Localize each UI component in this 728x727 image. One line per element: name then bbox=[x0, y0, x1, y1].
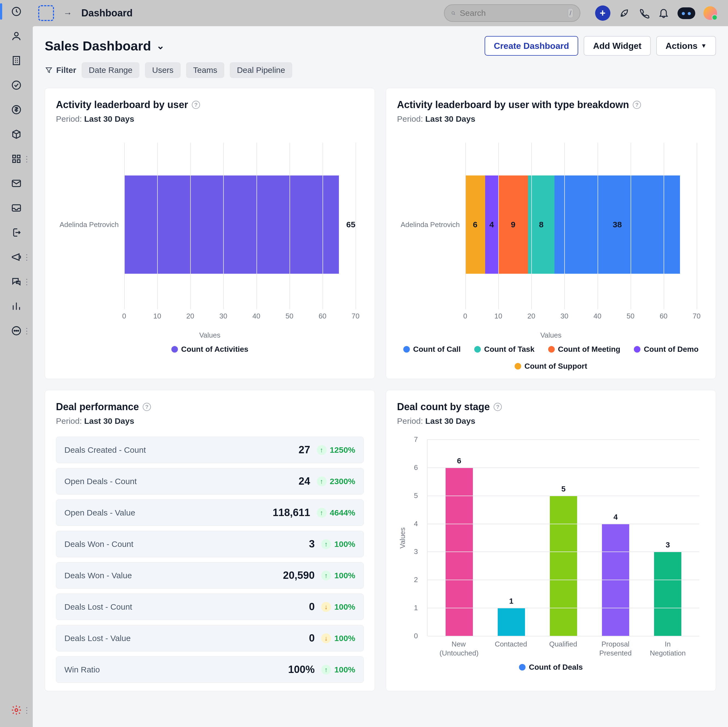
more-dots-icon[interactable]: ⋮ bbox=[23, 706, 31, 715]
nav-tasks[interactable] bbox=[11, 79, 22, 91]
phone-icon[interactable] bbox=[638, 8, 650, 19]
kpi-row[interactable]: Win Ratio100%↑100% bbox=[56, 656, 364, 683]
legend-item: Count of Demo bbox=[634, 345, 699, 354]
arrow-up-icon: ↑ bbox=[317, 508, 327, 518]
y-category-label: Adelinda Petrovich bbox=[397, 220, 460, 229]
nav-logout[interactable] bbox=[11, 227, 22, 239]
kpi-list: Deals Created - Count27↑1250%Open Deals … bbox=[56, 437, 364, 683]
nav-dashboard[interactable] bbox=[11, 5, 22, 17]
nav-chat[interactable]: ⋮ bbox=[11, 275, 22, 288]
bar-value: 4 bbox=[613, 513, 618, 522]
nav-products[interactable] bbox=[11, 128, 22, 140]
nav-campaigns[interactable]: ⋮ bbox=[11, 251, 22, 263]
kpi-row[interactable]: Deals Created - Count27↑1250% bbox=[56, 437, 364, 463]
filter-chip[interactable]: Teams bbox=[186, 62, 224, 78]
bar-value: 6 bbox=[457, 456, 462, 465]
add-widget-button[interactable]: Add Widget bbox=[584, 36, 650, 56]
nav-reports[interactable] bbox=[11, 300, 22, 312]
y-tick: 2 bbox=[414, 575, 418, 584]
x-tick: 40 bbox=[593, 312, 601, 320]
x-category-label: Proposal Presented bbox=[596, 640, 635, 657]
kpi-row[interactable]: Open Deals - Count24↑2300% bbox=[56, 468, 364, 494]
kpi-delta: ↑100% bbox=[321, 539, 355, 549]
topbar: → Dashboard / + ●● bbox=[33, 0, 728, 26]
filter-chip[interactable]: Date Range bbox=[82, 62, 139, 78]
info-icon[interactable]: ? bbox=[192, 101, 200, 109]
arrow-up-icon: ↑ bbox=[317, 476, 327, 486]
search-input[interactable] bbox=[460, 8, 563, 18]
info-icon[interactable]: ? bbox=[633, 101, 641, 109]
x-tick: 50 bbox=[285, 312, 293, 320]
page-title: Sales Dashboard bbox=[45, 38, 151, 54]
kpi-delta: ↑100% bbox=[321, 665, 355, 675]
arrow-up-icon: ↑ bbox=[321, 539, 331, 549]
widget-title: Deal count by stage bbox=[397, 401, 490, 413]
y-tick: 0 bbox=[414, 632, 418, 640]
bot-badge[interactable]: ●● bbox=[678, 8, 695, 19]
kpi-label: Open Deals - Count bbox=[64, 477, 298, 486]
svg-rect-6 bbox=[17, 155, 20, 158]
avatar[interactable] bbox=[704, 6, 717, 20]
filter-chip[interactable]: Deal Pipeline bbox=[230, 62, 292, 78]
nav-more[interactable]: ⋮ bbox=[11, 325, 22, 337]
add-button[interactable]: + bbox=[595, 5, 610, 21]
widget-activity-breakdown: Activity leaderboard by user with type b… bbox=[386, 88, 716, 379]
period-value: Last 30 Days bbox=[425, 114, 475, 123]
period-value: Last 30 Days bbox=[84, 416, 134, 425]
nav-contacts[interactable] bbox=[11, 30, 22, 42]
rocket-icon[interactable] bbox=[619, 8, 630, 19]
create-dashboard-button[interactable]: Create Dashboard bbox=[485, 36, 578, 56]
kpi-row[interactable]: Deals Won - Value20,590↑100% bbox=[56, 562, 364, 589]
filter-chip[interactable]: Users bbox=[145, 62, 180, 78]
app-logo[interactable] bbox=[38, 5, 54, 21]
widget-title: Activity leaderboard by user bbox=[56, 99, 188, 110]
x-tick: 10 bbox=[153, 312, 161, 320]
breadcrumb[interactable]: Dashboard bbox=[81, 8, 133, 19]
kpi-row[interactable]: Deals Won - Count3↑100% bbox=[56, 531, 364, 557]
kpi-value: 24 bbox=[298, 475, 310, 487]
kpi-delta: ↑100% bbox=[321, 571, 355, 580]
legend-item: Count of Activities bbox=[171, 345, 248, 354]
y-tick: 7 bbox=[414, 435, 418, 444]
filter-icon bbox=[45, 66, 53, 74]
svg-point-15 bbox=[15, 709, 18, 712]
nav-deals[interactable] bbox=[11, 104, 22, 116]
bell-icon[interactable] bbox=[658, 8, 669, 19]
more-dots-icon[interactable]: ⋮ bbox=[23, 277, 31, 286]
more-dots-icon[interactable]: ⋮ bbox=[23, 155, 31, 164]
kpi-value: 3 bbox=[309, 538, 315, 550]
kpi-value: 20,590 bbox=[283, 569, 315, 581]
nav-email[interactable] bbox=[11, 178, 22, 190]
kpi-row[interactable]: Deals Lost - Value0↓100% bbox=[56, 625, 364, 651]
more-dots-icon[interactable]: ⋮ bbox=[23, 253, 31, 262]
x-tick: 20 bbox=[187, 312, 194, 320]
more-dots-icon[interactable]: ⋮ bbox=[23, 326, 31, 335]
y-tick: 6 bbox=[414, 463, 418, 471]
page-title-dropdown[interactable]: Sales Dashboard ⌄ bbox=[45, 38, 165, 54]
actions-dropdown[interactable]: Actions ▼ bbox=[656, 36, 716, 56]
bar: 5 bbox=[550, 496, 577, 636]
nav-apps[interactable]: ⋮ bbox=[11, 153, 22, 165]
info-icon[interactable]: ? bbox=[494, 403, 502, 411]
kpi-delta: ↓100% bbox=[321, 602, 355, 612]
arrow-up-icon: ↑ bbox=[321, 665, 331, 675]
svg-point-16 bbox=[451, 12, 454, 14]
kpi-row[interactable]: Open Deals - Value118,611↑4644% bbox=[56, 499, 364, 526]
bar-segment: 38 bbox=[554, 176, 680, 274]
chart-activity-leaderboard: Adelinda Petrovich 65 010203040506070 Va… bbox=[56, 143, 364, 340]
search-box[interactable]: / bbox=[444, 5, 580, 22]
kpi-row[interactable]: Deals Lost - Count0↓100% bbox=[56, 594, 364, 620]
info-icon[interactable]: ? bbox=[143, 403, 151, 411]
nav-inbox[interactable] bbox=[11, 202, 22, 214]
kpi-label: Deals Won - Count bbox=[64, 540, 309, 549]
period-label: Period: bbox=[56, 114, 82, 123]
nav-settings[interactable]: ⋮ bbox=[11, 704, 22, 716]
y-tick: 3 bbox=[414, 548, 418, 556]
x-tick: 0 bbox=[122, 312, 126, 320]
kpi-value: 100% bbox=[288, 664, 315, 675]
chevron-down-icon: ⌄ bbox=[156, 40, 165, 52]
bar-value: 3 bbox=[666, 540, 670, 549]
nav-companies[interactable] bbox=[11, 55, 22, 67]
search-shortcut: / bbox=[568, 8, 573, 18]
svg-point-14 bbox=[18, 330, 18, 331]
